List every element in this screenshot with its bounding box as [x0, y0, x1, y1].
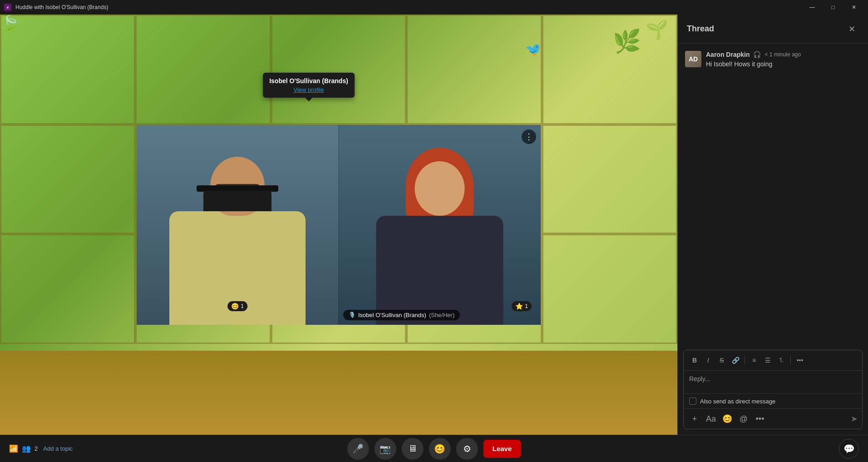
leave-button[interactable]: Leave: [483, 440, 521, 458]
emoji-reaction-2: ⭐ 1: [512, 301, 532, 311]
more-actions-button[interactable]: •••: [754, 412, 766, 425]
emoji-picker-button[interactable]: 😊: [721, 412, 734, 425]
thread-messages: AD Aaron Drapkin 🎧 < 1 minute ago Hi Iso…: [678, 44, 868, 350]
controls-right: 💬: [839, 439, 859, 459]
video-area: 🐦 🌿 🌱 🍃: [0, 15, 677, 435]
participant-pronoun: (She/Her): [429, 312, 454, 318]
tooltip-view-profile[interactable]: View profile: [269, 86, 348, 93]
avatar-photo: AD: [685, 51, 701, 67]
add-content-button[interactable]: +: [688, 412, 701, 425]
participant-name: Isobel O'Sullivan (Brands): [358, 312, 426, 318]
reply-editor: B I S 🔗 ≡ ☰ ⒈ ••• Reply... Also send as …: [683, 350, 863, 429]
editor-toolbar: B I S 🔗 ≡ ☰ ⒈ •••: [684, 350, 862, 371]
tooltip-arrow: [305, 98, 312, 101]
message-content: Aaron Drapkin 🎧 < 1 minute ago Hi Isobel…: [706, 51, 861, 69]
close-button[interactable]: ✕: [843, 0, 864, 15]
participants-count: 2: [35, 445, 38, 452]
tooltip-name: Isobel O'Sullivan (Brands): [269, 77, 348, 84]
main-area: 🐦 🌿 🌱 🍃: [0, 15, 868, 435]
more-formatting-button[interactable]: •••: [794, 354, 806, 367]
thread-title: Thread: [687, 24, 714, 34]
unordered-list-button[interactable]: ☰: [761, 354, 774, 367]
microphone-button[interactable]: 🎤: [347, 438, 369, 460]
window-title: Huddle with Isobel O'Sullivan (Brands): [15, 4, 108, 10]
direct-message-label: Also send as direct message: [700, 398, 775, 405]
camera-button[interactable]: 📷: [375, 438, 396, 460]
italic-button[interactable]: I: [702, 354, 715, 367]
maximize-button[interactable]: □: [823, 0, 843, 15]
mention-button[interactable]: @: [737, 412, 750, 425]
headphone-icon: 🎧: [753, 51, 761, 58]
title-bar-left: # Huddle with Isobel O'Sullivan (Brands): [4, 3, 108, 11]
video-name-tag: 🎙️ Isobel O'Sullivan (Brands) (She/Her): [343, 310, 460, 320]
message-sender: Aaron Drapkin: [706, 51, 750, 58]
thread-close-button[interactable]: ✕: [844, 22, 859, 36]
bold-button[interactable]: B: [688, 354, 701, 367]
ordered-list-button[interactable]: ≡: [748, 354, 760, 367]
title-bar: # Huddle with Isobel O'Sullivan (Brands)…: [0, 0, 868, 15]
link-button[interactable]: 🔗: [729, 354, 742, 367]
participants-info: 📶 👥 2: [9, 444, 38, 453]
minimize-button[interactable]: —: [802, 0, 823, 15]
format-text-button[interactable]: Aa: [705, 412, 717, 425]
video-more-options-button[interactable]: ⋮: [522, 129, 536, 144]
video-feed-1: 😊 1: [137, 125, 339, 325]
editor-actions: + Aa 😊 @ ••• ➤: [684, 408, 862, 429]
participant-tooltip[interactable]: Isobel O'Sullivan (Brands) View profile: [263, 73, 355, 98]
message: AD Aaron Drapkin 🎧 < 1 minute ago Hi Iso…: [685, 51, 861, 69]
settings-button[interactable]: ⚙: [456, 438, 478, 460]
svg-text:#: #: [7, 5, 9, 10]
screen-share-button[interactable]: 🖥: [402, 438, 424, 460]
reply-input[interactable]: Reply...: [684, 371, 862, 393]
message-header: Aaron Drapkin 🎧 < 1 minute ago: [706, 51, 861, 58]
emoji-bubble-1: 😊 1: [227, 301, 247, 311]
controls-bar: 📶 👥 2 Add a topic 🎤 📷 🖥 😊 ⚙ Leave 💬: [0, 435, 868, 462]
emoji-reaction-button[interactable]: 😊: [429, 438, 451, 460]
participants-icon: 👥: [22, 444, 31, 453]
message-time: < 1 minute ago: [764, 51, 801, 58]
chat-button[interactable]: 💬: [839, 439, 859, 459]
direct-message-checkbox[interactable]: [689, 397, 696, 405]
direct-message-section: Also send as direct message: [684, 393, 862, 408]
emoji-bubble-2: ⭐ 1: [512, 301, 532, 311]
toolbar-separator-2: [790, 356, 791, 364]
add-topic-button[interactable]: Add a topic: [43, 445, 73, 452]
controls-center: 🎤 📷 🖥 😊 ⚙ Leave: [347, 438, 521, 460]
send-button[interactable]: ➤: [851, 414, 858, 424]
video-feed-2: ⋮ ⭐ 1 🎙️ Isobel O'Sullivan (Brands) (She…: [339, 125, 541, 325]
strikethrough-button[interactable]: S: [715, 354, 728, 367]
avatar: AD: [685, 51, 701, 67]
emoji-reaction-1: 😊 1: [227, 301, 247, 311]
app-icon: #: [4, 3, 12, 11]
controls-left: 📶 👥 2 Add a topic: [9, 444, 73, 453]
thread-header: Thread ✕: [678, 15, 868, 44]
thread-panel: Thread ✕ AD Aaron Drapkin 🎧 < 1 minute a…: [677, 15, 868, 435]
mic-status-icon: 🎙️: [349, 312, 355, 318]
toolbar-separator: [745, 356, 745, 364]
window-controls: — □ ✕: [802, 0, 864, 15]
signal-icon: 📶: [9, 444, 18, 453]
direct-message-option: Also send as direct message: [689, 397, 857, 405]
numbered-list-button[interactable]: ⒈: [775, 354, 788, 367]
message-text: Hi Isobel! Hows it going: [706, 60, 861, 69]
